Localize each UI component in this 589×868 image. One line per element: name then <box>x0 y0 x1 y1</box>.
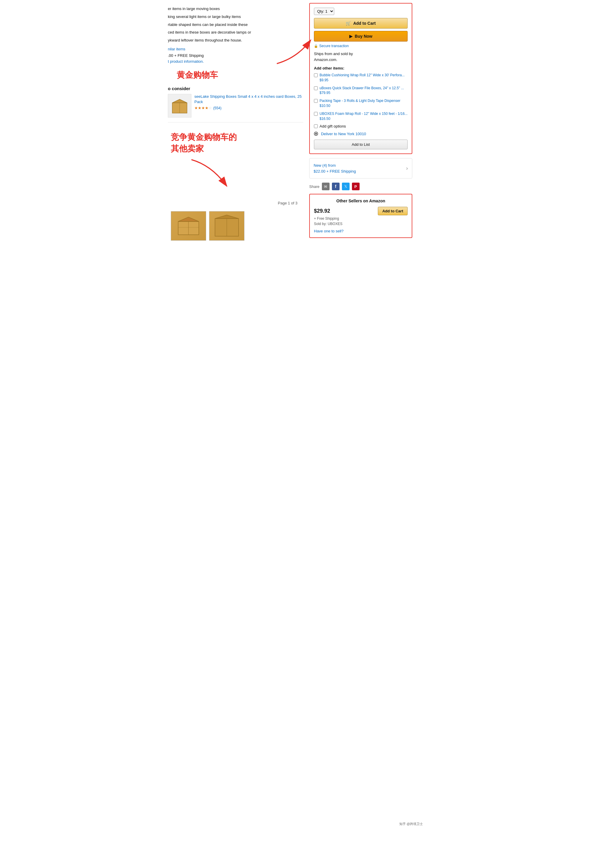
add-other-link-4[interactable]: UBOXES Foam Wrap Roll - 12" Wide x 150 f… <box>320 111 407 121</box>
share-facebook-icon[interactable]: f <box>332 183 340 190</box>
consider-item-title-link[interactable]: seeLake Shipping Boxes Small 4 x 4 x 4 i… <box>194 94 301 104</box>
consider-item: seeLake Shipping Boxes Small 4 x 4 x 4 i… <box>168 94 303 118</box>
add-other-checkbox-4[interactable] <box>314 112 318 116</box>
star-3: ★ <box>201 106 205 110</box>
star-1: ★ <box>194 106 198 110</box>
other-seller-shipping: + Free Shipping <box>314 217 407 221</box>
svg-marker-12 <box>215 215 239 218</box>
secure-row: 🔒 Secure transaction <box>314 44 407 48</box>
text-line-1: er items in large moving boxes <box>168 6 303 12</box>
watermark: 知乎 @跨境卫士 <box>398 821 424 827</box>
text-line-5: ykward leftover items throughout the hou… <box>168 37 303 44</box>
have-one-link[interactable]: Have one to sell? <box>314 229 407 233</box>
price-line: .00 + FREE Shipping <box>168 53 204 58</box>
chevron-right-icon: › <box>406 165 408 171</box>
bottom-products <box>168 211 303 241</box>
new-offers-box[interactable]: New (4) from $22.00 + FREE Shipping › <box>309 158 412 179</box>
page-indicator: Page 1 of 3 <box>168 201 303 205</box>
chinese-sellers-label: 竞争黄金购物车的其他卖家 <box>171 131 303 154</box>
other-seller-price: $29.92 <box>314 208 330 214</box>
deliver-row: Deliver to New York 10010 <box>314 131 407 136</box>
secure-transaction-link[interactable]: Secure transaction <box>319 44 349 48</box>
new-offers-line1: New (4) from <box>314 163 336 168</box>
text-line-4: ced items in these boxes are decorative … <box>168 30 303 35</box>
new-offers-line2: $22.00 + FREE Shipping <box>314 169 356 173</box>
qty-select[interactable]: Qty: 1 Qty: 2 Qty: 3 Qty: 4 Qty: 5 <box>314 8 334 15</box>
buy-now-button[interactable]: ▶ Buy Now <box>314 31 407 41</box>
deliver-radio[interactable] <box>314 132 318 136</box>
add-other-link-3[interactable]: Packing Tape - 3 Rolls & Light Duty Tape… <box>320 98 407 108</box>
svg-marker-7 <box>178 217 199 221</box>
play-icon: ▶ <box>349 34 353 38</box>
share-row: Share ✉ f 𝕏 P <box>309 183 412 190</box>
other-seller-add-button[interactable]: Add to Cart <box>378 207 407 215</box>
buy-now-label: Buy Now <box>355 34 372 38</box>
chinese-gold-label: 黄金购物车 <box>177 69 303 81</box>
add-gift-row: Add gift options <box>314 124 407 128</box>
text-line-2: king several light items or large bulky … <box>168 14 303 20</box>
add-other-link-1[interactable]: Bubble Cushioning Wrap Roll 12" Wide x 3… <box>320 73 407 83</box>
other-seller-row: $29.92 Add to Cart <box>314 207 407 215</box>
star-2: ★ <box>198 106 201 110</box>
add-to-cart-button[interactable]: 🛒 Add to Cart <box>314 18 407 28</box>
consider-item-image <box>168 94 192 118</box>
add-gift-checkbox[interactable] <box>314 124 318 128</box>
stars-row: ★ ★ ★ ★ ☆ (554) <box>194 106 303 110</box>
add-other-item-3: Packing Tape - 3 Rolls & Light Duty Tape… <box>314 98 407 108</box>
report-link[interactable]: t product information. <box>168 59 204 63</box>
add-to-cart-label: Add to Cart <box>353 21 375 26</box>
share-email-icon[interactable]: ✉ <box>322 183 329 190</box>
add-other-checkbox-1[interactable] <box>314 73 318 77</box>
other-sellers-box: Other Sellers on Amazon $29.92 Add to Ca… <box>309 194 412 238</box>
add-other-item-4: UBOXES Foam Wrap Roll - 12" Wide x 150 f… <box>314 111 407 121</box>
deliver-link[interactable]: Deliver to New York 10010 <box>321 132 366 136</box>
add-gift-label: Add gift options <box>320 124 346 128</box>
ships-from-amazon: Amazon.com. <box>314 58 337 62</box>
svg-marker-2 <box>172 99 187 103</box>
buy-box: Qty: 1 Qty: 2 Qty: 3 Qty: 4 Qty: 5 🛒 Add… <box>309 3 412 154</box>
other-seller-sold-by: Sold by: UBOXES <box>314 222 407 226</box>
star-4: ★ <box>205 106 208 110</box>
add-other-checkbox-2[interactable] <box>314 86 318 90</box>
cart-icon: 🛒 <box>346 21 351 26</box>
share-pinterest-icon[interactable]: P <box>352 183 360 190</box>
share-twitter-icon[interactable]: 𝕏 <box>342 183 350 190</box>
star-5: ☆ <box>208 106 212 110</box>
product-img-2 <box>209 211 244 241</box>
similar-items-link[interactable]: nilar items <box>168 47 185 51</box>
other-sellers-title: Other Sellers on Amazon <box>314 199 407 203</box>
add-other-link-2[interactable]: uBoxes Quick Stack Drawer File Boxes, 24… <box>320 86 407 96</box>
consider-item-info: seeLake Shipping Boxes Small 4 x 4 x 4 i… <box>194 94 303 110</box>
add-other-item-2: uBoxes Quick Stack Drawer File Boxes, 24… <box>314 86 407 96</box>
divider <box>168 122 303 123</box>
new-offers-link[interactable]: New (4) from $22.00 + FREE Shipping <box>314 163 356 173</box>
share-label: Share <box>309 185 320 189</box>
qty-row: Qty: 1 Qty: 2 Qty: 3 Qty: 4 Qty: 5 <box>314 8 407 15</box>
lock-icon: 🔒 <box>314 44 318 48</box>
add-other-title: Add other items: <box>314 66 407 70</box>
text-line-3: rtable shaped items can be placed inside… <box>168 22 303 28</box>
add-other-item-1: Bubble Cushioning Wrap Roll 12" Wide x 3… <box>314 73 407 83</box>
review-count-link[interactable]: (554) <box>213 106 221 110</box>
consider-title: o consider <box>168 86 303 91</box>
product-img-1 <box>171 211 206 241</box>
ships-from-text: Ships from and sold by Amazon.com. <box>314 51 407 62</box>
add-other-checkbox-3[interactable] <box>314 99 318 103</box>
add-to-list-button[interactable]: Add to List <box>314 140 407 149</box>
